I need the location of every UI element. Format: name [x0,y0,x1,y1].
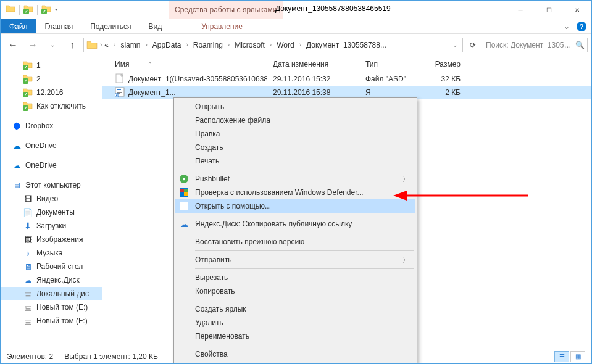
menu-item-10[interactable]: ☁Яндекс.Диск: Скопировать публичную ссыл… [175,217,415,231]
sort-asc-icon: ⌃ [148,61,152,67]
view-icons-button[interactable]: ▦ [570,351,585,362]
tab-share[interactable]: Поделиться [81,19,140,33]
nav-back-button[interactable]: ← [4,36,22,54]
music-icon: ♪ [23,248,33,258]
menu-item-8[interactable]: Открыть с помощью... [175,199,415,213]
disk-icon: 🖴 [23,289,33,299]
onedrive-icon: ☁ [12,160,22,170]
menu-item-20[interactable]: Удалить [175,316,415,329]
context-menu: ОткрытьРасположение файлаПравкаСоздатьПе… [173,97,417,363]
menu-item-12[interactable]: Восстановить прежнюю версию [175,235,415,249]
defender-icon [179,188,189,197]
pictures-icon: 🖼 [23,234,33,244]
folder-check-icon: ✓ [23,74,33,84]
breadcrumb[interactable]: Word [273,41,298,49]
expand-ribbon-icon[interactable]: ⌄ [559,19,574,33]
disk-icon: 🖴 [23,302,33,312]
video-icon: 🎞 [23,194,33,204]
tab-view[interactable]: Вид [140,19,170,33]
sidebar-quick-1[interactable]: ✓2 [1,72,102,86]
tab-file[interactable]: Файл [1,19,36,33]
window-title: Документ_1305587880538465519 [275,4,391,13]
breadcrumb[interactable]: AppData [149,41,185,49]
sidebar-pc-item-7[interactable]: 🖴Локальный дис [1,287,102,300]
qat-dropdown-icon[interactable]: ▾ [55,7,57,12]
menu-item-1[interactable]: Расположение файла [175,114,415,127]
view-details-button[interactable]: ☰ [554,351,569,362]
menu-item-4[interactable]: Печать [175,154,415,168]
menu-item-14[interactable]: Отправить〉 [175,253,415,267]
folder-check-icon[interactable]: ✓ [41,4,51,15]
nav-recent-button[interactable]: ⌄ [44,36,61,54]
sidebar-pc-item-9[interactable]: 🖴Новый том (F:) [1,314,102,328]
sidebar-pc-item-0[interactable]: 🎞Видео [1,192,102,205]
sidebar-pc-item-4[interactable]: ♪Музыка [1,246,102,260]
menu-item-23[interactable]: Свойства [175,347,415,361]
col-name[interactable]: Имя [115,60,129,68]
menu-item-17[interactable]: Копировать [175,284,415,298]
search-icon: 🔍 [575,41,585,49]
minimize-button[interactable]: ─ [506,1,535,19]
sidebar-quick-3[interactable]: ✓Как отключить [1,99,102,113]
file-icon [115,73,125,85]
col-type[interactable]: Тип [359,60,420,68]
breadcrumb[interactable]: Microsoft [231,41,269,49]
search-input[interactable]: Поиск: Документ_130558788... 🔍 [483,38,588,52]
nav-forward-button[interactable]: → [24,36,41,54]
maximize-button[interactable]: ☐ [535,1,563,19]
sidebar-group-2[interactable]: ☁OneDrive [1,159,102,172]
folder-check-icon: ✓ [23,60,33,70]
sidebar-pc-item-1[interactable]: 📄Документы [1,205,102,219]
blank-icon [179,201,189,211]
close-button[interactable]: ✕ [563,1,591,19]
address-bar: ← → ⌄ ↑ › « › slamn› AppData› Roaming› M… [1,34,591,56]
submenu-arrow-icon: 〉 [402,255,409,265]
menu-item-7[interactable]: Проверка с использованием Windows Defend… [175,186,415,199]
shortcut-tools-label: Средства работы с ярлыками [169,1,283,19]
sidebar: ✓1✓2✓12.2016✓Как отключить⬢Dropbox☁OneDr… [1,56,102,349]
sidebar-pc-item-2[interactable]: ⬇Загрузки [1,219,102,233]
menu-item-3[interactable]: Создать [175,141,415,154]
sidebar-this-pc[interactable]: 🖥Этот компьютер [1,178,102,192]
onedrive-icon: ☁ [12,141,22,151]
folder-icon [6,4,15,15]
file-icon [115,87,125,99]
breadcrumb[interactable]: Roaming [190,41,227,49]
menu-item-0[interactable]: Открыть [175,100,415,114]
column-headers[interactable]: Имя⌃ Дата изменения Тип Размер [102,56,591,72]
sidebar-pc-item-3[interactable]: 🖼Изображения [1,233,102,246]
sidebar-group-0[interactable]: ⬢Dropbox [1,119,102,133]
breadcrumb[interactable]: slamn [117,41,144,49]
tab-home[interactable]: Главная [36,19,82,33]
yadisk-icon: ☁ [179,219,189,229]
pc-icon: 🖥 [12,180,22,190]
breadcrumb[interactable]: Документ_130558788... [302,41,390,49]
tab-manage[interactable]: Управление [193,19,251,33]
addr-dropdown-icon[interactable]: ⌄ [451,41,461,48]
downloads-icon: ⬇ [23,221,33,231]
menu-item-16[interactable]: Вырезать [175,271,415,284]
breadcrumb-bar[interactable]: › « › slamn› AppData› Roaming› Microsoft… [83,38,463,52]
menu-item-19[interactable]: Создать ярлык [175,302,415,316]
search-placeholder: Поиск: Документ_130558788... [486,41,572,49]
menu-item-6[interactable]: ●Pushbullet〉 [175,172,415,186]
sidebar-pc-item-5[interactable]: 🖥Рабочий стол [1,260,102,273]
help-button[interactable]: ? [574,19,589,33]
menu-item-21[interactable]: Переименовать [175,329,415,343]
pushbullet-icon: ● [179,174,189,184]
sidebar-quick-0[interactable]: ✓1 [1,59,102,72]
col-date[interactable]: Дата изменения [267,60,359,68]
folder-check-icon: ✓ [23,88,33,97]
nav-up-button[interactable]: ↑ [64,36,81,54]
menu-item-2[interactable]: Правка [175,127,415,141]
svg-rect-3 [117,91,122,91]
col-size[interactable]: Размер [420,60,467,68]
sidebar-quick-2[interactable]: ✓12.2016 [1,86,102,99]
submenu-arrow-icon: 〉 [402,175,409,184]
sidebar-group-1[interactable]: ☁OneDrive [1,139,102,152]
refresh-button[interactable]: ⟳ [465,38,480,52]
sidebar-pc-item-6[interactable]: ☁Яндекс.Диск [1,273,102,287]
folder-check-icon[interactable]: ✓ [23,4,33,15]
file-row[interactable]: Документ_1((Unsaved-305588053610638...29… [102,72,591,86]
sidebar-pc-item-8[interactable]: 🖴Новый том (E:) [1,300,102,314]
